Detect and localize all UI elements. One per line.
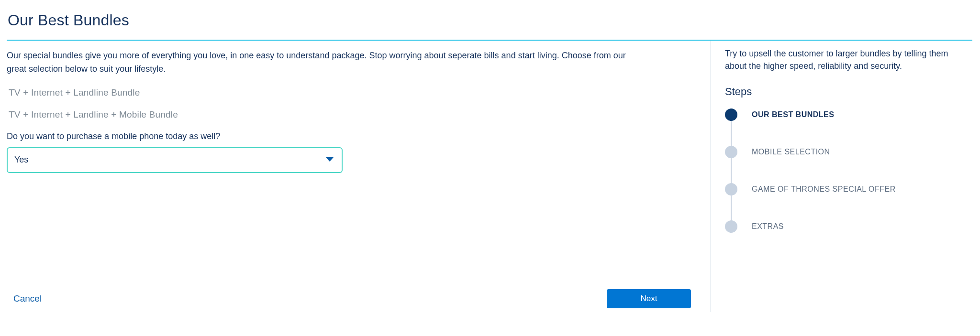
upsell-tip: Try to upsell the customer to larger bun…: [725, 47, 968, 72]
step-dot-icon: [725, 146, 737, 158]
step-dot-icon: [725, 108, 737, 121]
intro-text: Our special bundles give you more of eve…: [7, 49, 638, 76]
step-connector: [731, 121, 732, 147]
select-wrap: [7, 147, 343, 173]
question-label: Do you want to purchase a mobile phone t…: [7, 131, 691, 141]
bundle-option[interactable]: TV + Internet + Landline Bundle: [9, 87, 691, 98]
cancel-button[interactable]: Cancel: [13, 293, 42, 304]
step-item-extras[interactable]: EXTRAS: [725, 220, 968, 233]
step-dot-icon: [725, 183, 737, 195]
content: Our special bundles give you more of eve…: [7, 41, 972, 312]
actions-row: Cancel Next: [7, 289, 691, 308]
step-label: MOBILE SELECTION: [752, 148, 830, 156]
step-label: EXTRAS: [752, 222, 784, 231]
step-item-bundles[interactable]: OUR BEST BUNDLES: [725, 108, 968, 146]
main-panel: Our special bundles give you more of eve…: [7, 41, 710, 312]
steps-list: OUR BEST BUNDLES MOBILE SELECTION GAME O…: [725, 108, 968, 233]
mobile-purchase-select[interactable]: [7, 147, 343, 173]
step-item-mobile[interactable]: MOBILE SELECTION: [725, 146, 968, 183]
step-connector: [731, 195, 732, 221]
steps-heading: Steps: [725, 86, 968, 98]
step-item-got[interactable]: GAME OF THRONES SPECIAL OFFER: [725, 183, 968, 220]
page-title: Our Best Bundles: [8, 11, 972, 29]
step-label: OUR BEST BUNDLES: [752, 110, 834, 119]
step-connector: [731, 158, 732, 184]
bundle-option[interactable]: TV + Internet + Landline + Mobile Bundle: [9, 109, 691, 120]
step-dot-icon: [725, 220, 737, 233]
sidebar: Try to upsell the customer to larger bun…: [710, 41, 972, 312]
next-button[interactable]: Next: [607, 289, 691, 308]
step-label: GAME OF THRONES SPECIAL OFFER: [752, 185, 896, 194]
